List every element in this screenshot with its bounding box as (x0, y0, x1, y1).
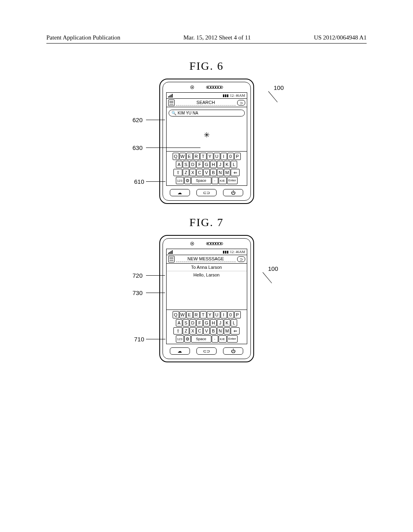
key-q[interactable]: Q (173, 311, 179, 318)
signal-icon (168, 250, 173, 254)
key-y[interactable]: Y (207, 311, 213, 318)
key-w[interactable]: W (179, 311, 186, 318)
key-x[interactable]: X (190, 327, 196, 335)
screen-fig7: ▮▮▮ 12: 46AM NEW MESSSAGE ⊃ To Anna Lars… (166, 249, 247, 344)
key-delete[interactable]: ⇐ (231, 327, 240, 335)
key-shift[interactable]: ⇧ (173, 169, 182, 176)
key-t[interactable]: T (200, 311, 206, 318)
nav-call-button[interactable]: ☁ (170, 347, 190, 355)
key-k[interactable]: K (224, 319, 230, 326)
nav-home-button[interactable]: ⊂⊃ (196, 347, 217, 355)
menu-icon[interactable] (168, 256, 175, 262)
key-u[interactable]: U (214, 311, 220, 318)
key-space[interactable]: Space (191, 335, 211, 343)
search-input[interactable]: 🔍 KIM YU NA (169, 110, 245, 116)
header-middle: Mar. 15, 2012 Sheet 4 of 11 (184, 34, 251, 41)
key-v[interactable]: V (203, 327, 210, 335)
key-b[interactable]: B (210, 169, 217, 176)
key-r[interactable]: R (193, 153, 200, 160)
key-delete[interactable]: ⇐ (231, 169, 240, 176)
nav-home-button[interactable]: ⊂⊃ (196, 189, 217, 196)
key-m[interactable]: M (224, 169, 230, 176)
key-d[interactable]: D (190, 161, 196, 168)
key-z[interactable]: Z (183, 327, 189, 335)
key-gear[interactable]: ⚙ (184, 177, 191, 184)
key-dot[interactable]: · (212, 177, 218, 184)
nav-call-button[interactable]: ☁ (170, 189, 190, 196)
key-e[interactable]: E (186, 153, 193, 160)
key-enter[interactable]: Enter (227, 335, 238, 343)
key-f[interactable]: F (196, 161, 203, 168)
key-q[interactable]: Q (173, 153, 179, 160)
key-c[interactable]: C (196, 169, 203, 176)
key-a[interactable]: A (176, 319, 182, 326)
key-0[interactable]: 0 (227, 153, 234, 160)
key-space[interactable]: Space (191, 177, 211, 184)
key-0[interactable]: 0 (227, 311, 234, 318)
lead-line-620 (146, 120, 165, 120)
key-h[interactable]: H (210, 161, 217, 168)
key-j[interactable]: J (217, 319, 223, 326)
key-123[interactable]: 123 (176, 177, 184, 184)
camera-icon (190, 242, 194, 245)
lead-line-610 (146, 181, 165, 182)
keyboard-row-1: Q W E R T Y U I 0 P (168, 311, 246, 318)
key-d[interactable]: D (190, 319, 196, 326)
key-s[interactable]: S (183, 319, 189, 326)
key-k[interactable]: K (224, 161, 230, 168)
lead-730: 730 (133, 289, 143, 296)
key-z[interactable]: Z (183, 169, 189, 176)
to-field[interactable]: To Anna Larson (167, 264, 247, 271)
key-l[interactable]: L (231, 319, 237, 326)
key-l[interactable]: L (231, 161, 237, 168)
speaker-icon (206, 242, 223, 245)
key-c[interactable]: C (196, 327, 203, 335)
key-lang[interactable]: K/E (219, 177, 227, 184)
key-i[interactable]: I (221, 311, 227, 318)
keyboard-row-3: ⇧ Z X C V B N M ⇐ (168, 169, 246, 176)
key-p[interactable]: P (234, 153, 241, 160)
key-i[interactable]: I (221, 153, 227, 160)
key-j[interactable]: J (217, 161, 223, 168)
key-g[interactable]: G (203, 319, 210, 326)
key-v[interactable]: V (203, 169, 210, 176)
lead-630: 630 (133, 144, 143, 151)
phone-inner-fig7: ▮▮▮ 12: 46AM NEW MESSSAGE ⊃ To Anna Lars… (163, 238, 251, 359)
key-e[interactable]: E (186, 311, 193, 318)
key-shift[interactable]: ⇧ (173, 327, 182, 335)
key-t[interactable]: T (200, 153, 206, 160)
key-enter[interactable]: Enter (227, 177, 238, 184)
key-s[interactable]: S (183, 161, 189, 168)
key-gear[interactable]: ⚙ (184, 335, 191, 343)
key-n[interactable]: N (217, 169, 223, 176)
key-a[interactable]: A (176, 161, 182, 168)
key-x[interactable]: X (190, 169, 196, 176)
message-body-input[interactable]: Hello, Larson (167, 271, 247, 310)
nav-end-button[interactable]: ⏻ (223, 347, 243, 355)
key-r[interactable]: R (193, 311, 200, 318)
key-w[interactable]: W (179, 153, 186, 160)
nav-end-button[interactable]: ⏻ (223, 189, 243, 196)
back-icon[interactable]: ⊃ (237, 100, 245, 106)
title-bar-fig7: NEW MESSSAGE ⊃ (167, 255, 247, 264)
loading-area: ✳ (167, 119, 247, 151)
key-b[interactable]: B (210, 327, 217, 335)
key-u[interactable]: U (214, 153, 220, 160)
key-lang[interactable]: K/E (219, 335, 227, 343)
key-p[interactable]: P (234, 311, 241, 318)
status-right-fig7: ▮▮▮ 12: 46AM (223, 250, 245, 254)
key-g[interactable]: G (203, 161, 210, 168)
key-m[interactable]: M (224, 327, 230, 335)
status-bar: ▮▮▮ 12: 46AM (167, 93, 247, 99)
key-f[interactable]: F (196, 319, 203, 326)
menu-icon[interactable] (168, 100, 175, 106)
keyboard-row-2: A S D F G H J K L (168, 161, 246, 168)
lead-slash-100-fig6 (268, 91, 277, 102)
key-y[interactable]: Y (207, 153, 213, 160)
key-dot[interactable]: · (212, 335, 218, 343)
key-n[interactable]: N (217, 327, 223, 335)
back-icon[interactable]: ⊃ (237, 256, 245, 262)
key-123[interactable]: 123 (176, 335, 184, 343)
title-text-fig6: SEARCH (176, 100, 236, 106)
key-h[interactable]: H (210, 319, 217, 326)
